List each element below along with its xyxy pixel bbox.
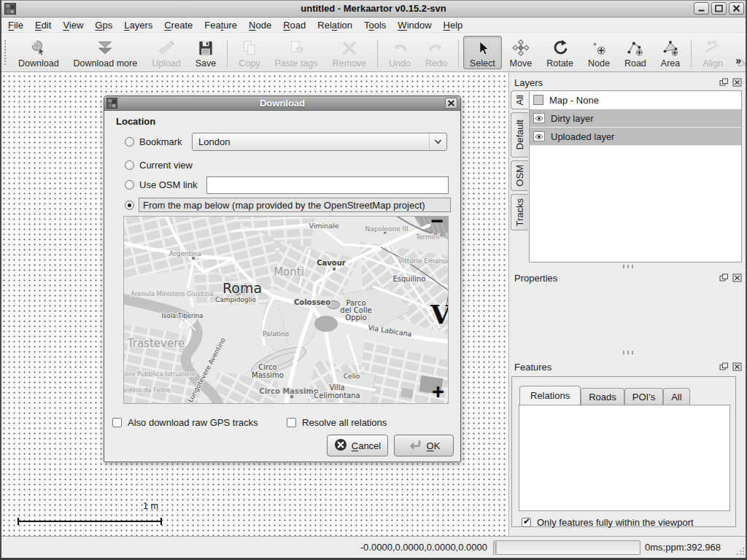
- menu-file[interactable]: File: [3, 18, 28, 32]
- features-tab-roads[interactable]: Roads: [581, 388, 624, 405]
- dialog-title: Download: [104, 98, 460, 109]
- close-icon[interactable]: [732, 273, 742, 282]
- dialog-map[interactable]: ViminaleNapoleone IIITermini - LaArgenti…: [123, 216, 449, 404]
- toolbar-button-node[interactable]: Node: [581, 36, 616, 69]
- close-icon[interactable]: [732, 362, 742, 371]
- map-label: Viminale: [309, 222, 338, 230]
- features-tab-relations[interactable]: Relations: [519, 386, 581, 405]
- toolbar-handle[interactable]: [4, 40, 6, 65]
- map-label: nardino da Feltre: [124, 386, 171, 394]
- map-label: Celimontana: [314, 392, 360, 400]
- toolbar: DownloadDownload moreUploadSaveCopyPaste…: [0, 33, 747, 72]
- menu-create[interactable]: Create: [159, 18, 198, 32]
- osm-link-input[interactable]: [206, 176, 449, 194]
- window-title: untitled - Merkaartor v0.15.2-svn: [0, 3, 747, 14]
- toolbar-button-download-more[interactable]: Download more: [67, 36, 144, 69]
- from-map-radio[interactable]: [125, 201, 134, 210]
- resolve-relations-checkbox[interactable]: [287, 418, 296, 427]
- gps-tracks-checkbox[interactable]: [112, 418, 122, 427]
- menu-window[interactable]: Window: [392, 18, 436, 32]
- close-button[interactable]: [729, 2, 744, 15]
- panel-splitter[interactable]: [509, 264, 747, 269]
- scale-bar-tick: [160, 518, 162, 525]
- features-tab-strip: RelationsRoadsPOI'sAll: [519, 386, 690, 405]
- layer-tab-label: Default: [514, 120, 525, 149]
- menu-relation[interactable]: Relation: [312, 18, 357, 32]
- layer-tab-default[interactable]: Default: [511, 112, 528, 158]
- close-icon[interactable]: [732, 78, 742, 87]
- osm-link-radio[interactable]: [125, 180, 134, 190]
- current-view-radio[interactable]: [125, 160, 134, 170]
- panel-splitter[interactable]: [509, 350, 747, 355]
- scale-bar: [18, 521, 162, 522]
- map-zoom-in-button[interactable]: +: [432, 381, 444, 402]
- layer-row-uploaded-layer[interactable]: Uploaded layer: [530, 128, 741, 146]
- window-controls: [694, 2, 744, 15]
- toolbar-button-label: Save: [196, 58, 217, 69]
- layer-tab-tracks[interactable]: Tracks: [511, 194, 528, 230]
- titlebar[interactable]: untitled - Merkaartor v0.15.2-svn: [0, 0, 747, 18]
- toolbar-button-move[interactable]: Move: [503, 36, 539, 69]
- toolbar-button-select[interactable]: Select: [463, 36, 502, 69]
- map-label: Massimo: [252, 371, 284, 379]
- application-window: untitled - Merkaartor v0.15.2-svn FileEd…: [0, 0, 747, 560]
- features-tab-pois[interactable]: POI's: [624, 388, 663, 405]
- copy-icon: [240, 38, 259, 58]
- ok-button[interactable]: OK: [394, 435, 454, 456]
- menu-edit[interactable]: Edit: [30, 18, 56, 32]
- menu-road[interactable]: Road: [278, 18, 311, 32]
- toolbar-button-road[interactable]: Road: [618, 36, 653, 69]
- menu-feature[interactable]: Feature: [199, 18, 242, 32]
- bookmark-radio[interactable]: [125, 137, 134, 147]
- menu-layers[interactable]: Layers: [119, 18, 158, 32]
- map-label: Villa: [329, 384, 344, 392]
- minimize-button[interactable]: [694, 2, 709, 15]
- menu-tools[interactable]: Tools: [359, 18, 391, 32]
- eye-icon[interactable]: [533, 131, 545, 141]
- eye-icon[interactable]: [533, 113, 545, 123]
- toolbar-button-save[interactable]: Save: [189, 36, 223, 69]
- toolbar-button-rotate[interactable]: Rotate: [540, 36, 580, 69]
- dialog-titlebar[interactable]: Download: [104, 96, 460, 111]
- maximize-button[interactable]: [711, 2, 727, 15]
- layer-tab-all[interactable]: All: [511, 90, 528, 109]
- toolbar-button-label: Paste tags: [274, 58, 317, 69]
- layer-tab-osm[interactable]: OSM: [511, 160, 528, 191]
- features-list[interactable]: [519, 405, 730, 511]
- layer-row-dirty-layer[interactable]: Dirty layer: [530, 109, 741, 128]
- layer-row-map-none[interactable]: Map - None: [530, 91, 741, 109]
- toolbar-button-remove: Remove: [326, 36, 374, 69]
- map-zoom-out-button[interactable]: −: [430, 216, 444, 232]
- layer-row-label: Dirty layer: [551, 113, 594, 124]
- toolbar-button-label: Node: [588, 58, 610, 69]
- bookmark-combobox[interactable]: London: [192, 133, 447, 151]
- toolbar-button-label: Undo: [389, 58, 411, 69]
- ok-button-label: OK: [427, 440, 441, 451]
- float-icon[interactable]: [719, 362, 729, 371]
- chevron-down-icon: [429, 133, 446, 150]
- toolbar-button-paste-tags: Paste tags: [268, 36, 324, 69]
- float-icon[interactable]: [719, 273, 729, 282]
- resize-grip[interactable]: [736, 547, 745, 556]
- cancel-button[interactable]: Cancel: [327, 435, 388, 456]
- dialog-close-button[interactable]: [445, 98, 457, 109]
- float-icon[interactable]: [719, 78, 729, 87]
- download-dialog: Download Location Bookmark London Curren…: [104, 96, 461, 462]
- menu-node[interactable]: Node: [244, 18, 276, 32]
- cancel-button-label: Cancel: [352, 440, 381, 451]
- osm-link-radio-label: Use OSM link: [139, 179, 197, 190]
- toolbar-button-label: Rotate: [546, 58, 573, 69]
- layer-row-label: Uploaded layer: [551, 131, 614, 142]
- from-map-radio-frame[interactable]: From the map below (map provided by the …: [139, 198, 451, 212]
- viewport-filter-checkbox[interactable]: [522, 518, 531, 527]
- toolbar-button-area[interactable]: Area: [654, 36, 686, 69]
- map-label: Napoleone III: [365, 225, 408, 233]
- menu-view[interactable]: View: [58, 18, 88, 32]
- toolbar-button-download[interactable]: Download: [12, 36, 66, 69]
- toolbar-overflow-button[interactable]: »: [735, 55, 741, 66]
- rotate-icon: [551, 38, 570, 58]
- toolbar-button-label: Align: [703, 58, 723, 69]
- menu-help[interactable]: Help: [438, 18, 468, 32]
- features-tab-all[interactable]: All: [663, 388, 689, 405]
- menu-gps[interactable]: Gps: [90, 18, 117, 32]
